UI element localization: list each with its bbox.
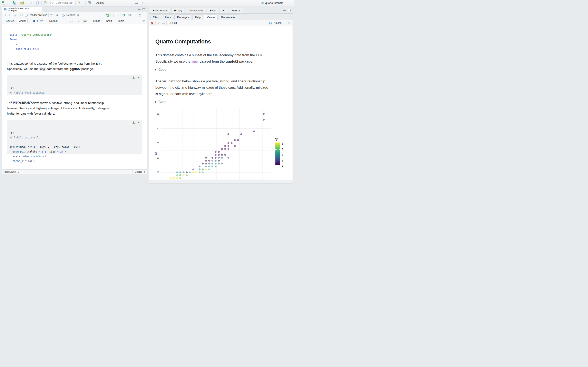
render-button[interactable]: Render bbox=[61, 13, 76, 17]
format-menu[interactable]: Format bbox=[91, 19, 103, 23]
save-button[interactable] bbox=[30, 1, 35, 5]
bold-button[interactable]: B bbox=[32, 19, 36, 22]
new-document-icon bbox=[2, 1, 6, 5]
back-icon[interactable] bbox=[4, 14, 8, 17]
table-menu[interactable]: Table bbox=[117, 19, 128, 23]
tab-help[interactable]: Help bbox=[192, 15, 203, 20]
go-to-next-section-icon[interactable] bbox=[116, 14, 119, 17]
editor-tab-computations-code-fold[interactable]: computations-code-fold.qmd × bbox=[2, 7, 42, 12]
source-mode-button[interactable]: Source bbox=[4, 19, 16, 23]
tab-plots[interactable]: Plots bbox=[162, 15, 173, 20]
popout-window-icon[interactable] bbox=[14, 14, 17, 17]
run-all-chunks-above-icon[interactable] bbox=[132, 76, 135, 79]
publish-label: Publish bbox=[273, 21, 282, 25]
svg-text:C: C bbox=[107, 15, 108, 17]
code-chunk-load-packages[interactable]: {r}#| label: load-packageslibrary(ggplot… bbox=[7, 75, 142, 95]
maximize-console-icon[interactable] bbox=[140, 2, 143, 4]
tab-environment[interactable]: Environment bbox=[150, 8, 170, 13]
editor-status-bar: (Top Level) Quarto bbox=[2, 169, 147, 174]
link-icon[interactable] bbox=[78, 19, 81, 23]
run-icon bbox=[122, 14, 126, 17]
edit-label: Edit bbox=[172, 21, 177, 25]
paragraph-style-select[interactable]: Normal bbox=[48, 19, 61, 23]
version-control-button[interactable]: +–G bbox=[77, 1, 84, 5]
scatter-points bbox=[160, 113, 265, 183]
popout-window-icon[interactable] bbox=[162, 21, 165, 25]
goto-file-search[interactable] bbox=[51, 1, 74, 5]
svg-text:15: 15 bbox=[156, 171, 159, 174]
insert-menu[interactable]: Insert bbox=[105, 19, 115, 23]
image-icon[interactable] bbox=[83, 20, 86, 22]
visual-editor-toolbar: Source Visual B I </> Normal 12 bbox=[2, 18, 147, 24]
save-all-button[interactable] bbox=[35, 1, 40, 5]
clear-broom-icon[interactable] bbox=[157, 21, 160, 25]
project-menu[interactable]: R quarto-tutorials — ~ bbox=[260, 0, 292, 6]
bullet-list-icon[interactable] bbox=[65, 20, 69, 22]
outline-toggle-icon[interactable] bbox=[141, 20, 145, 22]
tab-build[interactable]: Build bbox=[207, 8, 218, 13]
publish-button[interactable]: Publish bbox=[268, 21, 285, 25]
source-rerun-button[interactable] bbox=[138, 13, 145, 17]
minimize-console-icon[interactable] bbox=[135, 2, 138, 4]
render-on-save-checkbox[interactable] bbox=[25, 14, 27, 17]
svg-text:R: R bbox=[262, 2, 263, 4]
run-chunk-icon[interactable] bbox=[138, 76, 140, 79]
refresh-icon[interactable] bbox=[288, 21, 291, 25]
new-file-button[interactable] bbox=[1, 1, 9, 5]
tab-files[interactable]: Files bbox=[150, 15, 161, 20]
save-all-icon bbox=[36, 1, 39, 4]
minimize-pane-icon[interactable] bbox=[138, 8, 140, 10]
plot-legend: cyl 87654 bbox=[275, 137, 278, 142]
tab-tutorial[interactable]: Tutorial bbox=[229, 8, 243, 13]
tab-viewer[interactable]: Viewer bbox=[204, 15, 218, 20]
edit-button[interactable]: Edit bbox=[168, 21, 178, 25]
open-file-button[interactable] bbox=[20, 1, 28, 5]
document-type-selector[interactable]: Quarto bbox=[132, 170, 147, 174]
git-diff-icon: +–G bbox=[78, 1, 81, 5]
svg-text:R: R bbox=[14, 2, 15, 4]
workspace-panes-button[interactable] bbox=[87, 1, 94, 5]
r-project-logo-icon: R bbox=[260, 1, 264, 5]
tab-presentation[interactable]: Presentation bbox=[219, 15, 239, 20]
insert-chunk-icon[interactable]: C bbox=[106, 13, 109, 17]
forward-icon[interactable] bbox=[8, 14, 11, 17]
maximize-pane-icon[interactable] bbox=[288, 9, 291, 11]
tab-git[interactable]: Git bbox=[219, 8, 228, 13]
go-to-previous-section-icon[interactable] bbox=[112, 14, 115, 17]
goto-file-input[interactable] bbox=[56, 2, 72, 4]
new-project-button[interactable]: R bbox=[12, 1, 17, 5]
yaml-front-matter-block[interactable]: ---title: "Quarto Computations"format: h… bbox=[7, 26, 142, 55]
spellcheck-icon[interactable]: ABC bbox=[50, 13, 54, 17]
scope-selector[interactable]: (Top Level) bbox=[2, 170, 19, 174]
editor-content[interactable]: ---title: "Quarto Computations"format: h… bbox=[2, 24, 147, 169]
legend-tick-label: 8 bbox=[282, 142, 283, 145]
render-label: Render bbox=[66, 14, 75, 17]
visual-mode-button[interactable]: Visual bbox=[17, 19, 28, 23]
tab-connections[interactable]: Connections bbox=[186, 8, 206, 13]
maximize-pane-icon[interactable] bbox=[143, 8, 145, 10]
code-fold-toggle[interactable]: Code bbox=[155, 100, 166, 104]
code-chunk-scatterplot[interactable]: {r}#| label: scatterplotggplot(mpg, aes(… bbox=[7, 120, 142, 154]
editor-paragraph-2[interactable]: The visualization below shows a positive… bbox=[7, 100, 110, 116]
fold-triangle-icon bbox=[155, 101, 156, 103]
run-chunk-icon[interactable] bbox=[138, 121, 140, 124]
tab-packages[interactable]: Packages bbox=[174, 15, 191, 20]
italic-button[interactable]: I bbox=[36, 19, 39, 23]
numbered-list-icon[interactable]: 12 bbox=[70, 20, 74, 22]
rendered-paragraph-2: The visualization below shows a positive… bbox=[155, 78, 268, 97]
addins-menu[interactable]: Addins bbox=[95, 1, 108, 5]
run-all-chunks-above-icon[interactable] bbox=[132, 121, 135, 124]
tab-history[interactable]: History bbox=[171, 8, 185, 13]
close-tab-icon[interactable]: × bbox=[38, 8, 40, 11]
rendered-document[interactable]: Quarto Computations This dataset contain… bbox=[149, 26, 293, 183]
stop-icon[interactable] bbox=[151, 21, 154, 25]
search-icon[interactable] bbox=[56, 14, 59, 17]
render-settings-button[interactable] bbox=[76, 13, 83, 17]
print-button[interactable] bbox=[43, 1, 48, 5]
editor-paragraph-1[interactable]: This dataset contains a subset of the fu… bbox=[7, 61, 102, 72]
minimize-pane-icon[interactable] bbox=[283, 9, 286, 11]
save-icon[interactable] bbox=[20, 14, 23, 17]
inline-code-button[interactable]: </> bbox=[39, 20, 44, 22]
run-button[interactable]: Run bbox=[122, 13, 135, 17]
code-fold-toggle[interactable]: Code bbox=[155, 68, 166, 72]
